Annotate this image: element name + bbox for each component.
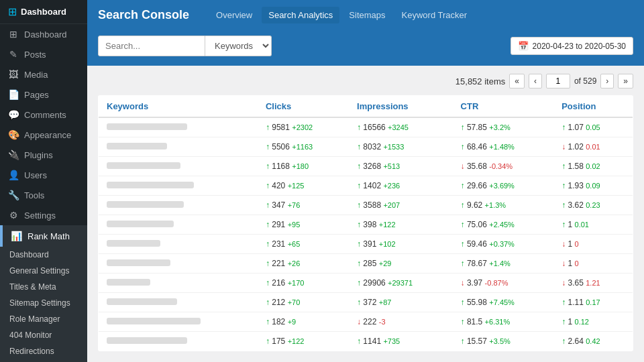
- sidebar-logo[interactable]: ⊞ Dashboard: [0, 0, 87, 24]
- content-area: 15,852 items « ‹ of 529 › » Keywords Cli…: [87, 66, 644, 362]
- clicks-arrow: [266, 142, 270, 152]
- position-value: 1.07: [568, 123, 584, 132]
- position-delta: 0.01: [575, 221, 589, 229]
- next-page-button[interactable]: ›: [600, 74, 614, 88]
- tab-keyword-tracker[interactable]: Keyword Tracker: [395, 7, 474, 23]
- impressions-delta: +207: [383, 201, 400, 209]
- impressions-cell: 372 +87: [349, 293, 453, 312]
- tab-overview[interactable]: Overview: [209, 7, 259, 23]
- tab-sitemaps[interactable]: Sitemaps: [342, 7, 392, 23]
- sidebar-item-rm-general[interactable]: General Settings: [0, 263, 87, 279]
- col-header-clicks[interactable]: Clicks: [258, 96, 349, 118]
- sidebar-item-tools[interactable]: 🔧 Tools: [0, 185, 87, 205]
- col-header-impressions[interactable]: Impressions: [349, 96, 453, 118]
- clicks-value: 1168: [272, 162, 290, 171]
- clicks-cell: 420 +125: [258, 176, 349, 196]
- ctr-delta: +2.45%: [489, 221, 515, 229]
- impressions-cell: 398 +122: [349, 215, 453, 235]
- sidebar-item-posts[interactable]: ✎ Posts: [0, 44, 87, 64]
- impressions-arrow: [357, 162, 361, 171]
- position-cell: 1.58 0.02: [553, 157, 633, 176]
- position-value: 1: [568, 317, 573, 326]
- position-arrow: [561, 259, 566, 268]
- clicks-delta: +65: [288, 240, 301, 248]
- clicks-value: 9581: [272, 123, 290, 132]
- sidebar-item-rm-search-console[interactable]: Search Console: [0, 359, 87, 362]
- ctr-delta: -0.87%: [485, 279, 508, 287]
- nav-tabs: Overview Search Analytics Sitemaps Keywo…: [209, 7, 474, 23]
- sidebar-item-settings[interactable]: ⚙ Settings: [0, 205, 87, 225]
- position-arrow: [561, 181, 566, 190]
- ctr-cell: 35.68 -0.34%: [453, 157, 554, 176]
- current-page-input[interactable]: [546, 74, 570, 88]
- ctr-value: 57.85: [467, 123, 487, 132]
- ctr-value: 75.06: [467, 220, 487, 229]
- ctr-cell: 15.57 +3.5%: [453, 332, 554, 351]
- ctr-value: 3.97: [467, 278, 482, 288]
- search-input[interactable]: [98, 36, 205, 56]
- position-arrow: [561, 317, 566, 326]
- impressions-value: 1141: [363, 337, 381, 346]
- sidebar-item-label: Users: [24, 170, 47, 180]
- ctr-value: 59.46: [467, 239, 487, 249]
- ctr-cell: 68.46 +1.48%: [453, 137, 554, 157]
- sidebar-item-plugins[interactable]: 🔌 Plugins: [0, 145, 87, 165]
- ctr-value: 15.57: [467, 337, 487, 346]
- sidebar-item-dashboard[interactable]: ⊞ Dashboard: [0, 24, 87, 44]
- data-table: Keywords Clicks Impressions CTR Position…: [98, 95, 633, 351]
- position-value: 3.65: [568, 278, 584, 288]
- first-page-button[interactable]: «: [509, 74, 525, 88]
- sidebar-item-pages[interactable]: 📄 Pages: [0, 84, 87, 105]
- date-picker[interactable]: 📅 2020-04-23 to 2020-05-30: [511, 37, 633, 55]
- position-value: 1.93: [568, 181, 584, 190]
- ctr-delta: +1.4%: [489, 259, 511, 267]
- sidebar-item-rm-dashboard[interactable]: Dashboard: [0, 247, 87, 263]
- clicks-arrow: [266, 200, 270, 210]
- sidebar-item-rm-sitemap[interactable]: Sitemap Settings: [0, 295, 87, 311]
- pagination-row: 15,852 items « ‹ of 529 › »: [98, 74, 633, 88]
- clicks-delta: +125: [288, 182, 305, 190]
- position-cell: 1 0: [553, 235, 633, 254]
- sidebar-item-rm-404[interactable]: 404 Monitor: [0, 327, 87, 343]
- sidebar-item-users[interactable]: 👤 Users: [0, 165, 87, 185]
- sidebar-item-appearance[interactable]: 🎨 Appearance: [0, 125, 87, 145]
- sidebar-item-rm-role[interactable]: Role Manager: [0, 311, 87, 327]
- sidebar-item-rank-math[interactable]: 📊 Rank Math: [0, 225, 87, 247]
- rank-math-icon: 📊: [11, 231, 22, 241]
- ctr-delta: -0.34%: [489, 162, 513, 170]
- sidebar-item-label: Appearance: [24, 130, 71, 140]
- impressions-cell: 3588 +207: [349, 196, 453, 215]
- position-arrow: [561, 200, 566, 210]
- col-header-keywords[interactable]: Keywords: [99, 96, 258, 118]
- tab-search-analytics[interactable]: Search Analytics: [262, 7, 339, 23]
- ctr-delta: +3.2%: [489, 123, 511, 131]
- position-cell: 1.02 0.01: [553, 137, 633, 157]
- sidebar-item-rm-titles[interactable]: Titles & Meta: [0, 279, 87, 295]
- ctr-arrow: [461, 298, 465, 307]
- col-header-position[interactable]: Position: [553, 96, 633, 118]
- col-header-ctr[interactable]: CTR: [453, 96, 554, 118]
- impressions-delta: +1533: [383, 143, 404, 151]
- sidebar-item-media[interactable]: 🖼 Media: [0, 64, 87, 84]
- clicks-delta: +70: [288, 298, 301, 306]
- sidebar-item-comments[interactable]: 💬 Comments: [0, 105, 87, 125]
- position-delta: 0.01: [586, 143, 600, 151]
- ctr-delta: +7.45%: [489, 298, 515, 306]
- header-bar: Search Console Overview Search Analytics…: [87, 0, 644, 30]
- impressions-delta: +3245: [388, 123, 409, 131]
- position-cell: 3.65 1.21: [553, 274, 633, 293]
- table-row: 291 +95 398 +122 75.06 +2.45% 1 0.01: [99, 215, 633, 235]
- sidebar-item-rm-redirections[interactable]: Redirections: [0, 343, 87, 359]
- search-bar-area: Keywords 📅 2020-04-23 to 2020-05-30: [87, 30, 644, 66]
- clicks-cell: 5506 +1163: [258, 137, 349, 157]
- last-page-button[interactable]: »: [618, 74, 633, 88]
- search-dropdown[interactable]: Keywords: [205, 36, 272, 56]
- sidebar-item-label: Settings: [24, 210, 56, 221]
- position-cell: 1.11 0.17: [553, 293, 633, 312]
- sidebar-item-label: Plugins: [24, 150, 53, 160]
- prev-page-button[interactable]: ‹: [529, 74, 542, 88]
- keyword-cell: [99, 157, 258, 176]
- clicks-value: 212: [272, 298, 285, 307]
- clicks-arrow: [266, 298, 270, 307]
- ctr-cell: 29.66 +3.69%: [453, 176, 554, 196]
